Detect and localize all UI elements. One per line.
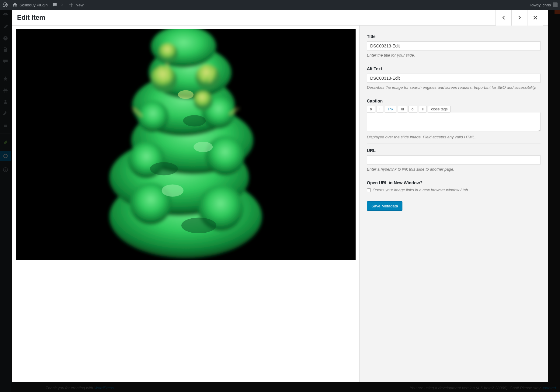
- qt-close-tags-button[interactable]: close tags: [428, 106, 450, 113]
- title-help: Enter the title for your slide.: [367, 53, 541, 57]
- chevron-right-icon: [516, 14, 523, 21]
- field-alt: Alt Text Describes the image for search …: [367, 62, 541, 94]
- wp-admin-bar: Soliloquy Plugin 0 New Howdy, chris: [0, 0, 560, 10]
- caption-label: Caption: [367, 99, 541, 103]
- quicktags-toolbar: b i link ul ol li close tags: [367, 106, 541, 113]
- svg-point-20: [159, 43, 178, 63]
- howdy-user[interactable]: Howdy, chris: [529, 2, 558, 7]
- svg-point-24: [181, 217, 216, 233]
- qt-italic-button[interactable]: i: [377, 106, 384, 113]
- chevron-left-icon: [500, 14, 507, 21]
- svg-point-14: [205, 136, 245, 175]
- alt-input[interactable]: [367, 74, 541, 83]
- svg-point-23: [178, 90, 194, 99]
- meta-panel: Title Enter the title for your slide. Al…: [359, 26, 548, 382]
- svg-point-19: [193, 92, 213, 111]
- svg-point-22: [193, 142, 213, 152]
- svg-point-17: [151, 66, 177, 92]
- svg-point-21: [162, 184, 184, 196]
- wp-logo[interactable]: [2, 2, 8, 8]
- caption-help: Displayed over the slide image. Field ac…: [367, 135, 541, 139]
- field-caption: Caption b i link ul ol li close tags Dis…: [367, 94, 541, 144]
- avatar: [553, 2, 558, 7]
- next-button[interactable]: [511, 10, 527, 26]
- modal-body: Title Enter the title for your slide. Al…: [12, 26, 548, 382]
- edit-item-modal: Edit Item: [12, 10, 548, 382]
- close-icon: [532, 14, 539, 21]
- new-window-desc: Opens your image links in a new browser …: [373, 188, 469, 192]
- svg-point-18: [195, 65, 220, 89]
- svg-point-25: [150, 162, 178, 175]
- title-input[interactable]: [367, 41, 541, 50]
- howdy-text: Howdy, chris: [529, 3, 551, 7]
- qt-bold-button[interactable]: b: [367, 106, 375, 113]
- new-content-label: New: [76, 3, 84, 7]
- title-label: Title: [367, 34, 541, 39]
- prev-button[interactable]: [496, 10, 511, 26]
- qt-ol-button[interactable]: ol: [409, 106, 417, 113]
- new-window-label: Open URL in New Window?: [367, 180, 541, 185]
- svg-point-26: [183, 115, 206, 126]
- slide-image: [16, 29, 356, 260]
- site-name[interactable]: Soliloquy Plugin: [12, 2, 48, 8]
- alt-label: Alt Text: [367, 66, 541, 71]
- qt-ul-button[interactable]: ul: [398, 106, 407, 113]
- caption-textarea[interactable]: [367, 113, 541, 131]
- plus-icon: [68, 2, 74, 8]
- field-url: URL Enter a hyperlink to link this slide…: [367, 144, 541, 176]
- url-input[interactable]: [367, 155, 541, 165]
- home-icon: [12, 2, 18, 8]
- comments-link[interactable]: 0: [52, 2, 64, 8]
- url-help: Enter a hyperlink to link this slide to …: [367, 167, 541, 172]
- alt-help: Describes the image for search engines a…: [367, 85, 541, 90]
- modal-nav: [496, 10, 543, 26]
- save-metadata-button[interactable]: Save Metadata: [367, 201, 402, 211]
- media-preview-pane: [12, 26, 359, 382]
- comment-icon: [52, 2, 57, 8]
- url-label: URL: [367, 148, 541, 153]
- field-new-window: Open URL in New Window? Opens your image…: [367, 176, 541, 195]
- new-window-checkbox[interactable]: [367, 188, 371, 192]
- site-name-text: Soliloquy Plugin: [19, 3, 48, 7]
- modal-title: Edit Item: [17, 14, 45, 22]
- comment-count: 0: [59, 2, 64, 7]
- qt-li-button[interactable]: li: [419, 106, 426, 113]
- close-button[interactable]: [527, 10, 543, 26]
- qt-link-button[interactable]: link: [385, 106, 396, 113]
- new-content[interactable]: New: [68, 2, 84, 8]
- modal-header: Edit Item: [12, 10, 548, 26]
- field-title: Title Enter the title for your slide.: [367, 30, 541, 62]
